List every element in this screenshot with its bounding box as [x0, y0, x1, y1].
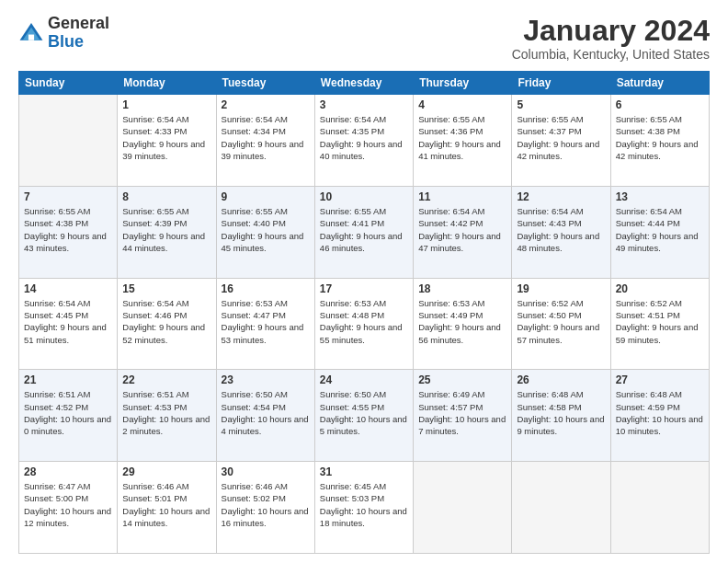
day-number: 23: [222, 373, 310, 386]
daylight-text-2: 47 minutes.: [418, 242, 506, 254]
calendar-cell: 26Sunrise: 6:48 AMSunset: 4:58 PMDayligh…: [512, 370, 610, 462]
day-number: 6: [616, 98, 704, 111]
calendar-title: January 2024: [512, 15, 710, 47]
day-number: 9: [222, 190, 310, 203]
daylight-text-2: 56 minutes.: [418, 334, 506, 346]
calendar-header-friday: Friday: [512, 72, 610, 95]
day-info: Sunrise: 6:49 AMSunset: 4:57 PMDaylight:…: [418, 388, 506, 437]
sunset-text: Sunset: 5:00 PM: [24, 492, 112, 504]
day-info: Sunrise: 6:54 AMSunset: 4:45 PMDaylight:…: [24, 297, 112, 346]
sunrise-text: Sunrise: 6:54 AM: [222, 113, 310, 125]
daylight-text-2: 48 minutes.: [517, 242, 605, 254]
day-number: 19: [517, 282, 605, 295]
sunset-text: Sunset: 4:43 PM: [517, 217, 605, 229]
day-info: Sunrise: 6:51 AMSunset: 4:52 PMDaylight:…: [24, 388, 112, 437]
day-info: Sunrise: 6:54 AMSunset: 4:35 PMDaylight:…: [320, 113, 408, 162]
calendar-cell: 31Sunrise: 6:45 AMSunset: 5:03 PMDayligh…: [314, 462, 413, 554]
calendar-cell: 29Sunrise: 6:46 AMSunset: 5:01 PMDayligh…: [118, 462, 216, 554]
sunset-text: Sunset: 4:55 PM: [320, 401, 408, 413]
sunset-text: Sunset: 4:45 PM: [24, 309, 112, 321]
day-number: 28: [24, 465, 112, 478]
calendar-cell: 6Sunrise: 6:55 AMSunset: 4:38 PMDaylight…: [610, 95, 709, 187]
daylight-text-2: 43 minutes.: [24, 242, 112, 254]
logo-general-text: General: [48, 14, 109, 32]
sunset-text: Sunset: 4:49 PM: [418, 309, 506, 321]
daylight-text-1: Daylight: 10 hours and: [24, 505, 112, 517]
sunrise-text: Sunrise: 6:54 AM: [320, 113, 408, 125]
calendar-cell: 13Sunrise: 6:54 AMSunset: 4:44 PMDayligh…: [610, 186, 709, 278]
day-number: 30: [222, 465, 310, 478]
calendar-table: SundayMondayTuesdayWednesdayThursdayFrid…: [18, 71, 710, 554]
daylight-text-1: Daylight: 9 hours and: [418, 230, 506, 242]
calendar-week-5: 28Sunrise: 6:47 AMSunset: 5:00 PMDayligh…: [19, 462, 710, 554]
calendar-cell: 4Sunrise: 6:55 AMSunset: 4:36 PMDaylight…: [414, 95, 512, 187]
day-info: Sunrise: 6:55 AMSunset: 4:37 PMDaylight:…: [517, 113, 605, 162]
sunrise-text: Sunrise: 6:55 AM: [616, 113, 704, 125]
daylight-text-2: 55 minutes.: [320, 334, 408, 346]
sunrise-text: Sunrise: 6:48 AM: [616, 388, 704, 400]
day-info: Sunrise: 6:54 AMSunset: 4:42 PMDaylight:…: [418, 205, 506, 254]
sunset-text: Sunset: 4:57 PM: [418, 401, 506, 413]
sunset-text: Sunset: 5:02 PM: [222, 492, 310, 504]
sunset-text: Sunset: 4:50 PM: [517, 309, 605, 321]
day-number: 27: [616, 373, 704, 386]
day-info: Sunrise: 6:52 AMSunset: 4:51 PMDaylight:…: [616, 297, 704, 346]
daylight-text-1: Daylight: 10 hours and: [222, 505, 310, 517]
sunset-text: Sunset: 4:51 PM: [616, 309, 704, 321]
daylight-text-2: 57 minutes.: [517, 334, 605, 346]
sunrise-text: Sunrise: 6:45 AM: [320, 480, 408, 492]
daylight-text-2: 51 minutes.: [24, 334, 112, 346]
daylight-text-1: Daylight: 10 hours and: [517, 413, 605, 425]
daylight-text-2: 0 minutes.: [24, 425, 112, 437]
sunrise-text: Sunrise: 6:53 AM: [222, 297, 310, 309]
daylight-text-1: Daylight: 10 hours and: [122, 505, 210, 517]
daylight-text-1: Daylight: 9 hours and: [122, 230, 210, 242]
sunset-text: Sunset: 4:35 PM: [320, 125, 408, 137]
calendar-header-monday: Monday: [118, 72, 216, 95]
daylight-text-2: 42 minutes.: [616, 150, 704, 162]
sunrise-text: Sunrise: 6:55 AM: [222, 205, 310, 217]
day-info: Sunrise: 6:55 AMSunset: 4:36 PMDaylight:…: [418, 113, 506, 162]
daylight-text-1: Daylight: 9 hours and: [517, 138, 605, 150]
calendar-header-tuesday: Tuesday: [216, 72, 314, 95]
sunrise-text: Sunrise: 6:55 AM: [517, 113, 605, 125]
sunset-text: Sunset: 4:38 PM: [24, 217, 112, 229]
logo-blue-text: Blue: [48, 32, 84, 51]
sunrise-text: Sunrise: 6:55 AM: [122, 205, 210, 217]
day-info: Sunrise: 6:50 AMSunset: 4:54 PMDaylight:…: [222, 388, 310, 437]
sunset-text: Sunset: 4:46 PM: [122, 309, 210, 321]
day-number: 10: [320, 190, 408, 203]
sunrise-text: Sunrise: 6:53 AM: [418, 297, 506, 309]
daylight-text-1: Daylight: 10 hours and: [320, 413, 408, 425]
calendar-cell: 5Sunrise: 6:55 AMSunset: 4:37 PMDaylight…: [512, 95, 610, 187]
logo: General Blue: [18, 15, 109, 52]
day-number: 18: [418, 282, 506, 295]
calendar-cell: 9Sunrise: 6:55 AMSunset: 4:40 PMDaylight…: [216, 186, 314, 278]
daylight-text-2: 5 minutes.: [320, 425, 408, 437]
day-number: 11: [418, 190, 506, 203]
daylight-text-2: 9 minutes.: [517, 425, 605, 437]
day-info: Sunrise: 6:52 AMSunset: 4:50 PMDaylight:…: [517, 297, 605, 346]
daylight-text-2: 4 minutes.: [222, 425, 310, 437]
day-info: Sunrise: 6:54 AMSunset: 4:46 PMDaylight:…: [122, 297, 210, 346]
calendar-cell: 12Sunrise: 6:54 AMSunset: 4:43 PMDayligh…: [512, 186, 610, 278]
daylight-text-1: Daylight: 10 hours and: [222, 413, 310, 425]
sunset-text: Sunset: 4:34 PM: [222, 125, 310, 137]
daylight-text-2: 44 minutes.: [122, 242, 210, 254]
calendar-cell: 21Sunrise: 6:51 AMSunset: 4:52 PMDayligh…: [19, 370, 118, 462]
sunset-text: Sunset: 5:01 PM: [122, 492, 210, 504]
calendar-cell: 15Sunrise: 6:54 AMSunset: 4:46 PMDayligh…: [118, 278, 216, 370]
daylight-text-1: Daylight: 9 hours and: [122, 321, 210, 333]
day-number: 25: [418, 373, 506, 386]
day-info: Sunrise: 6:51 AMSunset: 4:53 PMDaylight:…: [122, 388, 210, 437]
calendar-cell: 8Sunrise: 6:55 AMSunset: 4:39 PMDaylight…: [118, 186, 216, 278]
day-number: 8: [122, 190, 210, 203]
daylight-text-2: 42 minutes.: [517, 150, 605, 162]
calendar-week-3: 14Sunrise: 6:54 AMSunset: 4:45 PMDayligh…: [19, 278, 710, 370]
daylight-text-1: Daylight: 9 hours and: [320, 321, 408, 333]
logo-icon: [18, 20, 44, 46]
day-number: 12: [517, 190, 605, 203]
day-info: Sunrise: 6:50 AMSunset: 4:55 PMDaylight:…: [320, 388, 408, 437]
sunrise-text: Sunrise: 6:51 AM: [24, 388, 112, 400]
day-number: 13: [616, 190, 704, 203]
